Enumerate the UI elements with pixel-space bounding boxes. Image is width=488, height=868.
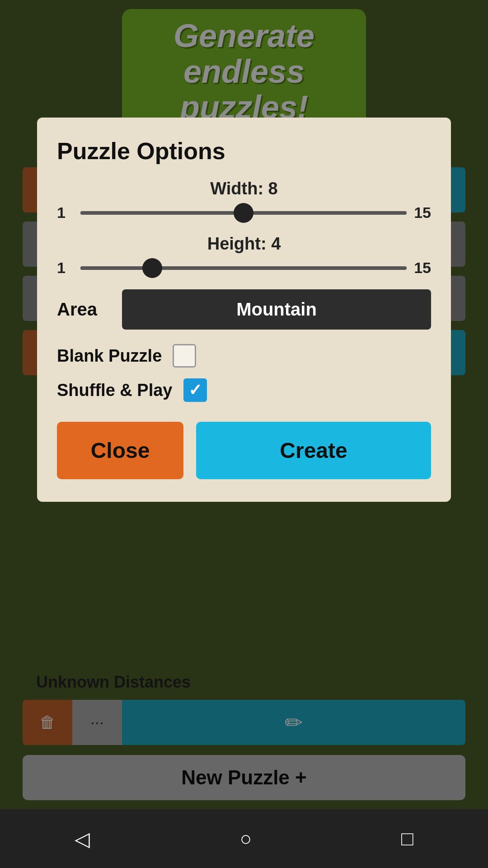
height-fill xyxy=(80,266,152,270)
modal-title: Puzzle Options xyxy=(57,137,431,165)
width-slider-row: 1 15 xyxy=(57,204,431,222)
height-min: 1 xyxy=(57,259,73,277)
shuffle-play-row: Shuffle & Play ✓ xyxy=(57,378,431,402)
width-track[interactable] xyxy=(80,211,407,215)
height-max: 15 xyxy=(414,259,431,277)
blank-puzzle-checkbox[interactable] xyxy=(173,344,196,368)
area-row: Area Mountain xyxy=(57,289,431,330)
width-fill xyxy=(80,211,244,215)
recents-icon[interactable]: □ xyxy=(401,827,413,850)
width-max: 15 xyxy=(414,204,431,222)
puzzle-options-modal: Puzzle Options Width: 8 1 15 Height: 4 1… xyxy=(37,118,451,502)
back-icon[interactable]: ◁ xyxy=(75,827,90,850)
nav-bar: ◁ ○ □ xyxy=(0,809,488,868)
width-label: Width: 8 xyxy=(57,179,431,198)
home-icon[interactable]: ○ xyxy=(239,827,252,850)
height-slider-row: 1 15 xyxy=(57,259,431,277)
width-min: 1 xyxy=(57,204,73,222)
shuffle-play-label: Shuffle & Play xyxy=(57,381,173,400)
height-label: Height: 4 xyxy=(57,234,431,254)
modal-buttons: Close Create xyxy=(57,422,431,479)
area-dropdown-value: Mountain xyxy=(236,299,317,320)
width-thumb[interactable] xyxy=(234,203,253,223)
height-track[interactable] xyxy=(80,266,407,270)
create-button[interactable]: Create xyxy=(196,422,431,479)
shuffle-play-checkbox[interactable]: ✓ xyxy=(183,378,207,402)
area-dropdown[interactable]: Mountain xyxy=(122,289,431,330)
width-slider-section: Width: 8 1 15 xyxy=(57,179,431,222)
height-thumb[interactable] xyxy=(142,258,162,278)
area-label: Area xyxy=(57,299,111,320)
blank-puzzle-label: Blank Puzzle xyxy=(57,346,162,366)
checkmark-icon: ✓ xyxy=(188,381,202,400)
close-button[interactable]: Close xyxy=(57,422,183,479)
height-slider-section: Height: 4 1 15 xyxy=(57,234,431,277)
blank-puzzle-row: Blank Puzzle xyxy=(57,344,431,368)
